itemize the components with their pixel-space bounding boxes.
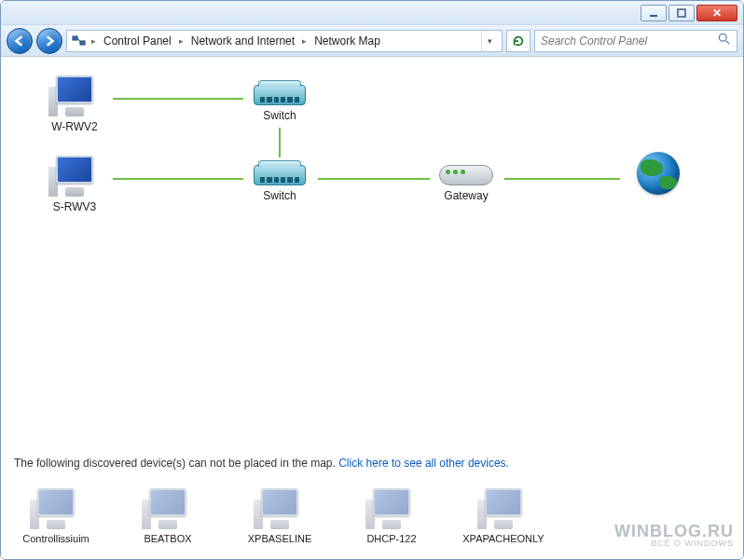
chevron-icon: ▸ xyxy=(90,36,98,46)
svg-rect-1 xyxy=(678,9,685,17)
link-line xyxy=(113,98,243,100)
search-icon xyxy=(718,33,731,48)
node-internet[interactable] xyxy=(616,152,700,195)
computer-icon xyxy=(34,488,78,529)
see-all-devices-link[interactable]: Click here to see all other devices. xyxy=(338,457,509,470)
chevron-icon: ▸ xyxy=(177,36,186,46)
link-line xyxy=(113,178,243,180)
node-pc-wrwv2[interactable]: W-RWV2 xyxy=(33,75,117,133)
computer-icon xyxy=(481,488,526,529)
switch-icon xyxy=(254,165,306,185)
unmapped-device[interactable]: BEATBOX xyxy=(126,488,210,544)
network-icon xyxy=(71,33,88,49)
watermark: WINBLOG.RU ВСЁ О WINDOWS xyxy=(614,523,734,548)
link-line xyxy=(279,128,281,157)
node-pc-srwv3[interactable]: S-RWV3 xyxy=(33,156,117,213)
address-dropdown[interactable]: ▾ xyxy=(481,31,498,51)
svg-rect-2 xyxy=(73,36,77,40)
unmapped-device[interactable]: XPBASELINE xyxy=(238,488,322,544)
switch-icon xyxy=(254,85,306,105)
node-label: Gateway xyxy=(424,189,508,202)
node-label: Switch xyxy=(238,189,322,202)
computer-icon xyxy=(52,156,97,197)
computer-icon xyxy=(257,488,302,529)
titlebar: ✕ xyxy=(1,1,743,25)
node-gateway[interactable]: Gateway xyxy=(424,156,508,202)
navbar: ▸ Control Panel ▸ Network and Internet ▸… xyxy=(1,25,743,57)
link-line xyxy=(318,178,430,180)
content-area: W-RWV2 Switch S-RWV3 Switch xyxy=(1,57,743,559)
unmapped-devices-row: Controllissiuim BEATBOX XPBASELINE DHCP-… xyxy=(14,488,545,544)
refresh-button[interactable] xyxy=(506,30,530,52)
gateway-icon xyxy=(439,165,493,185)
node-switch-1[interactable]: Switch xyxy=(238,75,322,122)
search-input[interactable] xyxy=(541,34,718,48)
chevron-icon: ▸ xyxy=(300,36,309,46)
breadcrumb-network-internet[interactable]: Network and Internet xyxy=(187,34,298,48)
back-button[interactable] xyxy=(7,28,33,54)
network-map: W-RWV2 Switch S-RWV3 Switch xyxy=(23,75,721,318)
maximize-button[interactable] xyxy=(668,5,695,21)
device-label: XPAPACHEONLY xyxy=(462,533,545,544)
computer-icon xyxy=(369,488,414,529)
watermark-sub: ВСЁ О WINDOWS xyxy=(614,540,734,548)
computer-icon xyxy=(52,75,97,116)
breadcrumb-control-panel[interactable]: Control Panel xyxy=(100,34,175,48)
unmapped-prefix: The following discovered device(s) can n… xyxy=(14,457,338,470)
computer-icon xyxy=(145,488,190,529)
address-bar[interactable]: ▸ Control Panel ▸ Network and Internet ▸… xyxy=(66,30,503,52)
unmapped-device[interactable]: XPAPACHEONLY xyxy=(462,488,545,544)
forward-button[interactable] xyxy=(36,28,62,54)
device-label: DHCP-122 xyxy=(350,533,434,544)
search-box[interactable] xyxy=(534,30,737,52)
minimize-button[interactable] xyxy=(641,5,667,21)
svg-line-5 xyxy=(726,41,730,45)
node-label: W-RWV2 xyxy=(33,120,117,133)
svg-rect-0 xyxy=(650,15,657,17)
unmapped-device[interactable]: DHCP-122 xyxy=(350,488,434,544)
link-line xyxy=(504,178,620,180)
device-label: Controllissiuim xyxy=(14,533,98,544)
breadcrumb-network-map[interactable]: Network Map xyxy=(310,34,384,48)
device-label: BEATBOX xyxy=(126,533,210,544)
node-label: Switch xyxy=(238,109,322,122)
node-switch-2[interactable]: Switch xyxy=(238,156,322,202)
unmapped-message: The following discovered device(s) can n… xyxy=(14,457,509,470)
svg-point-4 xyxy=(719,34,726,41)
globe-icon xyxy=(637,152,680,195)
watermark-main: WINBLOG.RU xyxy=(614,523,734,540)
node-label: S-RWV3 xyxy=(33,200,117,213)
unmapped-device[interactable]: Controllissiuim xyxy=(14,488,98,544)
device-label: XPBASELINE xyxy=(238,533,322,544)
close-button[interactable]: ✕ xyxy=(696,5,737,21)
